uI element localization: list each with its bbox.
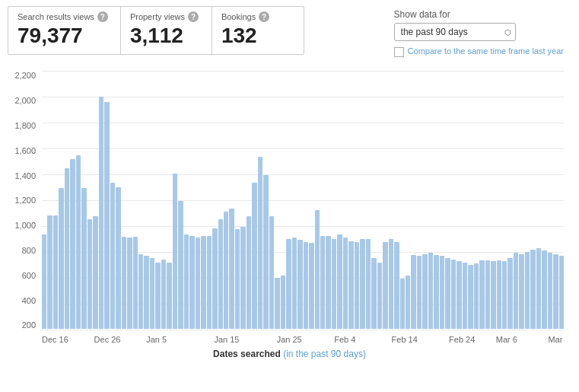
bar[interactable] bbox=[65, 168, 69, 330]
bar[interactable] bbox=[189, 236, 194, 330]
bar[interactable] bbox=[258, 157, 262, 329]
bar[interactable] bbox=[377, 263, 382, 330]
bar[interactable] bbox=[116, 187, 120, 329]
bar[interactable] bbox=[212, 228, 217, 330]
compare-checkbox[interactable] bbox=[394, 47, 404, 57]
bar[interactable] bbox=[70, 159, 75, 329]
bar[interactable] bbox=[348, 241, 353, 330]
bar[interactable] bbox=[326, 236, 330, 330]
time-period-select[interactable]: the past 7 days the past 30 days the pas… bbox=[394, 23, 516, 41]
bar[interactable] bbox=[383, 242, 387, 329]
bar[interactable] bbox=[525, 252, 530, 330]
bar[interactable] bbox=[491, 261, 495, 329]
bar[interactable] bbox=[371, 258, 376, 329]
bar[interactable] bbox=[81, 188, 86, 329]
bar[interactable] bbox=[502, 261, 507, 329]
property-views-info-icon[interactable]: ? bbox=[188, 11, 199, 22]
bar[interactable] bbox=[207, 236, 212, 330]
bar[interactable] bbox=[559, 256, 564, 329]
bar[interactable] bbox=[104, 102, 109, 329]
bar[interactable] bbox=[360, 239, 364, 330]
bookings-info-icon[interactable]: ? bbox=[259, 11, 269, 22]
bar[interactable] bbox=[275, 278, 279, 330]
bar[interactable] bbox=[440, 256, 444, 329]
bar[interactable] bbox=[497, 260, 501, 329]
bar[interactable] bbox=[76, 155, 81, 330]
search-results-info-icon[interactable]: ? bbox=[97, 11, 108, 22]
bar[interactable] bbox=[457, 261, 461, 329]
bar[interactable] bbox=[366, 239, 371, 330]
bar[interactable] bbox=[406, 276, 410, 330]
bar[interactable] bbox=[161, 260, 166, 330]
bar[interactable] bbox=[173, 174, 177, 330]
y-label-1400: 1,400 bbox=[14, 171, 36, 180]
bar[interactable] bbox=[218, 219, 223, 329]
compare-label[interactable]: Compare to the same time frame last year bbox=[408, 46, 564, 57]
bar[interactable] bbox=[428, 253, 433, 329]
bar[interactable] bbox=[138, 254, 143, 330]
bar[interactable] bbox=[536, 248, 541, 329]
bar[interactable] bbox=[110, 183, 115, 329]
bar[interactable] bbox=[196, 237, 200, 329]
bar[interactable] bbox=[59, 188, 63, 329]
bar[interactable] bbox=[320, 236, 325, 330]
bar[interactable] bbox=[479, 260, 484, 329]
bar[interactable] bbox=[434, 255, 438, 329]
bar[interactable] bbox=[411, 255, 415, 329]
bar[interactable] bbox=[252, 183, 256, 329]
bar[interactable] bbox=[332, 239, 336, 330]
bar[interactable] bbox=[201, 236, 205, 330]
bar[interactable] bbox=[93, 216, 97, 329]
bar[interactable] bbox=[167, 263, 171, 330]
bar[interactable] bbox=[337, 234, 342, 329]
bar[interactable] bbox=[150, 258, 154, 329]
bar[interactable] bbox=[127, 237, 132, 329]
bar[interactable] bbox=[507, 258, 512, 329]
bar[interactable] bbox=[47, 215, 52, 330]
bar[interactable] bbox=[355, 242, 359, 329]
bar[interactable] bbox=[53, 215, 58, 330]
bar[interactable] bbox=[389, 239, 393, 330]
bar[interactable] bbox=[178, 201, 183, 329]
bar[interactable] bbox=[87, 219, 92, 329]
bar[interactable] bbox=[99, 97, 103, 329]
bar[interactable] bbox=[548, 253, 552, 329]
bar[interactable] bbox=[292, 237, 297, 329]
bar[interactable] bbox=[155, 263, 160, 330]
bar[interactable] bbox=[144, 256, 148, 329]
bar[interactable] bbox=[240, 227, 245, 329]
bar[interactable] bbox=[519, 254, 523, 330]
bar[interactable] bbox=[281, 276, 285, 330]
bar[interactable] bbox=[263, 175, 268, 329]
bar[interactable] bbox=[422, 254, 427, 330]
bar[interactable] bbox=[224, 212, 228, 329]
bar[interactable] bbox=[474, 263, 479, 329]
bar[interactable] bbox=[553, 254, 558, 330]
bar[interactable] bbox=[315, 210, 320, 330]
bar[interactable] bbox=[468, 265, 472, 330]
bar[interactable] bbox=[309, 243, 313, 329]
bar[interactable] bbox=[122, 237, 126, 329]
bar[interactable] bbox=[542, 250, 546, 329]
bar[interactable] bbox=[463, 263, 467, 330]
bar[interactable] bbox=[445, 258, 450, 329]
bar[interactable] bbox=[297, 240, 302, 329]
bar[interactable] bbox=[304, 242, 308, 329]
bar[interactable] bbox=[229, 209, 234, 329]
bar[interactable] bbox=[235, 229, 240, 329]
bar[interactable] bbox=[394, 242, 399, 329]
bar[interactable] bbox=[184, 234, 189, 329]
bar[interactable] bbox=[417, 256, 422, 329]
bar[interactable] bbox=[286, 239, 291, 330]
bar[interactable] bbox=[269, 216, 274, 329]
bar[interactable] bbox=[42, 234, 46, 329]
bar[interactable] bbox=[530, 250, 535, 330]
bar[interactable] bbox=[400, 279, 405, 329]
bar[interactable] bbox=[451, 260, 456, 330]
bar[interactable] bbox=[247, 216, 251, 329]
controls-section: Show data for the past 7 days the past 3… bbox=[387, 6, 571, 60]
bar[interactable] bbox=[514, 253, 518, 329]
bar[interactable] bbox=[485, 260, 490, 329]
bar[interactable] bbox=[343, 237, 348, 329]
bar[interactable] bbox=[133, 237, 138, 329]
